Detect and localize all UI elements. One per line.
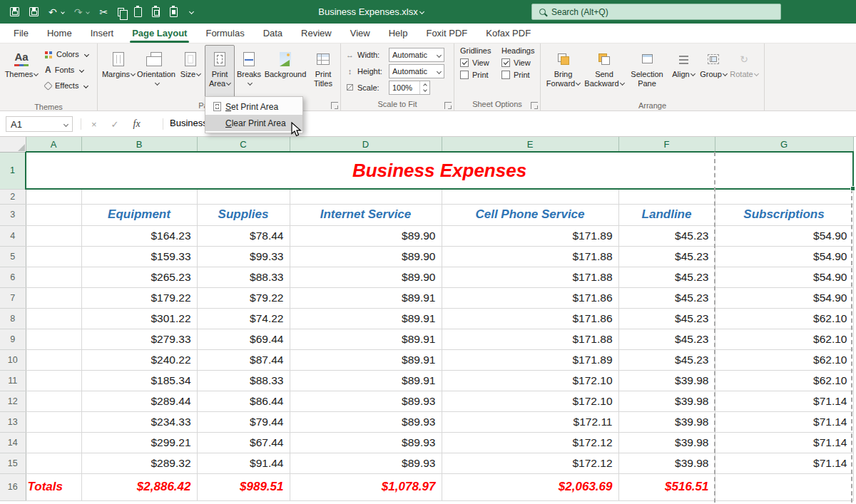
selection-pane-button[interactable]: Selection Pane <box>626 45 668 101</box>
size-button[interactable]: Size <box>176 45 205 101</box>
cell[interactable]: $39.98 <box>618 391 715 411</box>
column-header-e[interactable]: E <box>442 137 618 152</box>
tab-file[interactable]: File <box>4 24 38 43</box>
cell[interactable]: Totals <box>26 473 81 500</box>
cell[interactable]: $989.51 <box>197 473 290 500</box>
row-header[interactable]: 7 <box>0 287 26 308</box>
cell[interactable]: $54.90 <box>715 225 853 246</box>
cell[interactable]: $89.90 <box>290 225 442 246</box>
tab-formulas[interactable]: Formulas <box>196 24 253 43</box>
cell[interactable]: $54.90 <box>715 287 853 308</box>
background-button[interactable]: Background <box>263 45 307 101</box>
cell[interactable]: $89.91 <box>290 370 442 391</box>
column-header-g[interactable]: G <box>715 137 853 152</box>
scale-spinner[interactable]: 100% <box>389 81 430 95</box>
cell[interactable]: $74.22 <box>197 308 290 329</box>
cell[interactable]: $45.23 <box>618 287 715 308</box>
cell[interactable]: $69.44 <box>197 329 290 349</box>
column-header-f[interactable]: F <box>618 137 715 152</box>
cell[interactable]: $1,078.97 <box>290 473 442 500</box>
cell[interactable] <box>26 391 81 411</box>
cut-button[interactable]: ✂ <box>99 7 108 17</box>
row-header[interactable]: 12 <box>0 391 26 411</box>
cell[interactable]: $45.23 <box>618 225 715 246</box>
height-select[interactable]: Automatic <box>389 64 444 78</box>
cell[interactable]: $45.23 <box>618 267 715 287</box>
save-button[interactable] <box>10 7 19 16</box>
cell[interactable]: $172.12 <box>442 453 618 473</box>
cell[interactable] <box>26 246 81 267</box>
cell[interactable]: $39.98 <box>618 411 715 432</box>
cell[interactable]: $45.23 <box>618 329 715 349</box>
window-title[interactable]: Business Expenses.xlsx <box>278 0 464 24</box>
row-header[interactable]: 4 <box>0 225 26 246</box>
tab-insert[interactable]: Insert <box>81 24 123 43</box>
cell[interactable]: $89.93 <box>290 453 442 473</box>
copy-button[interactable] <box>118 8 124 16</box>
margins-button[interactable]: Margins <box>101 45 136 101</box>
cell[interactable]: $164.23 <box>81 225 197 246</box>
cell[interactable] <box>290 189 442 204</box>
cell[interactable]: $265.23 <box>81 267 197 287</box>
cell[interactable]: $171.88 <box>442 329 618 349</box>
cell[interactable]: $171.86 <box>442 287 618 308</box>
cell[interactable]: $89.93 <box>290 391 442 411</box>
cell[interactable]: $89.91 <box>290 308 442 329</box>
cell[interactable]: $2,063.69 <box>442 473 618 500</box>
page-setup-dialog-launcher[interactable] <box>331 102 338 109</box>
cell[interactable] <box>26 349 81 370</box>
save-as-button[interactable] <box>29 7 39 16</box>
cell[interactable]: $71.14 <box>715 391 853 411</box>
cell[interactable]: $289.32 <box>81 453 197 473</box>
cancel-button[interactable]: × <box>91 119 97 130</box>
cell[interactable]: Supplies <box>197 204 290 225</box>
cell[interactable] <box>26 225 81 246</box>
breaks-button[interactable]: Breaks <box>235 45 263 101</box>
cell[interactable]: $89.91 <box>290 349 442 370</box>
cell[interactable] <box>197 189 290 204</box>
cell[interactable]: $91.44 <box>197 453 290 473</box>
insert-function-button[interactable]: fx <box>133 118 141 130</box>
cell[interactable]: $240.22 <box>81 349 197 370</box>
row-header[interactable]: 15 <box>0 453 26 473</box>
cell[interactable] <box>26 411 81 432</box>
cell[interactable]: $78.44 <box>197 225 290 246</box>
cell[interactable]: $88.33 <box>197 370 290 391</box>
cell[interactable]: $171.89 <box>442 225 618 246</box>
row-header[interactable]: 9 <box>0 329 26 349</box>
select-all-corner[interactable] <box>0 137 26 152</box>
gridlines-print-checkbox[interactable]: Print <box>460 71 497 79</box>
cell[interactable]: $62.10 <box>715 329 853 349</box>
send-backward-button[interactable]: Send Backward <box>583 45 626 101</box>
cell[interactable]: $185.34 <box>81 370 197 391</box>
cell[interactable]: $39.98 <box>618 432 715 453</box>
tab-foxit-pdf[interactable]: Foxit PDF <box>417 24 477 43</box>
print-area-button[interactable]: Print Area <box>205 45 235 101</box>
cell[interactable]: $171.89 <box>442 349 618 370</box>
cell[interactable]: $86.44 <box>197 391 290 411</box>
menu-item-clear-print-area[interactable]: Clear Print Area <box>205 115 302 131</box>
cell[interactable]: $71.14 <box>715 411 853 432</box>
cell[interactable] <box>26 308 81 329</box>
cell[interactable] <box>26 370 81 391</box>
menu-item-set-print-area[interactable]: Set Print Area <box>205 98 302 115</box>
cell[interactable] <box>442 189 618 204</box>
cell[interactable]: $299.21 <box>81 432 197 453</box>
cell[interactable]: $89.90 <box>290 246 442 267</box>
cell[interactable]: Cell Phone Service <box>442 204 618 225</box>
cell[interactable] <box>26 189 81 204</box>
cell[interactable]: $171.88 <box>442 246 618 267</box>
cell[interactable]: Equipment <box>81 204 197 225</box>
cell[interactable]: $89.91 <box>290 287 442 308</box>
theme-effects-button[interactable]: Effects <box>43 79 91 92</box>
row-header[interactable]: 8 <box>0 308 26 329</box>
cell[interactable]: $172.12 <box>442 432 618 453</box>
row-header[interactable]: 2 <box>0 189 26 204</box>
cell[interactable]: $39.98 <box>618 453 715 473</box>
cell[interactable]: $289.44 <box>81 391 197 411</box>
paste-special-button[interactable] <box>170 7 178 17</box>
column-header-b[interactable]: B <box>81 137 197 152</box>
cell[interactable]: $171.86 <box>442 308 618 329</box>
cell[interactable]: $301.22 <box>81 308 197 329</box>
cell[interactable]: $234.33 <box>81 411 197 432</box>
